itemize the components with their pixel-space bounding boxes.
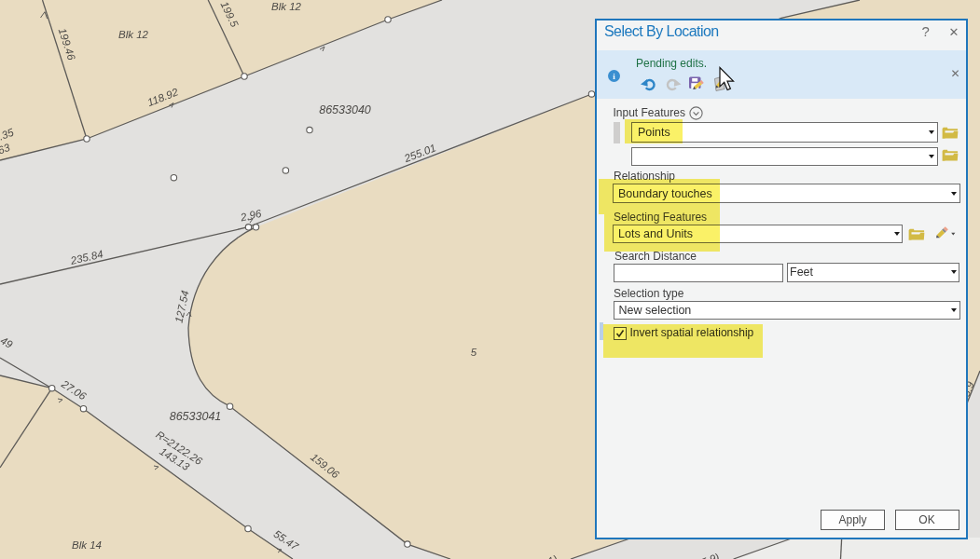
svg-text:Blk 12: Blk 12 xyxy=(271,1,302,12)
svg-text:Blk 12: Blk 12 xyxy=(118,29,149,40)
svg-text:86533040: 86533040 xyxy=(319,103,371,116)
svg-text:86533041: 86533041 xyxy=(170,410,222,423)
svg-text:5: 5 xyxy=(471,347,477,358)
svg-text:Blk 14: Blk 14 xyxy=(72,539,102,551)
